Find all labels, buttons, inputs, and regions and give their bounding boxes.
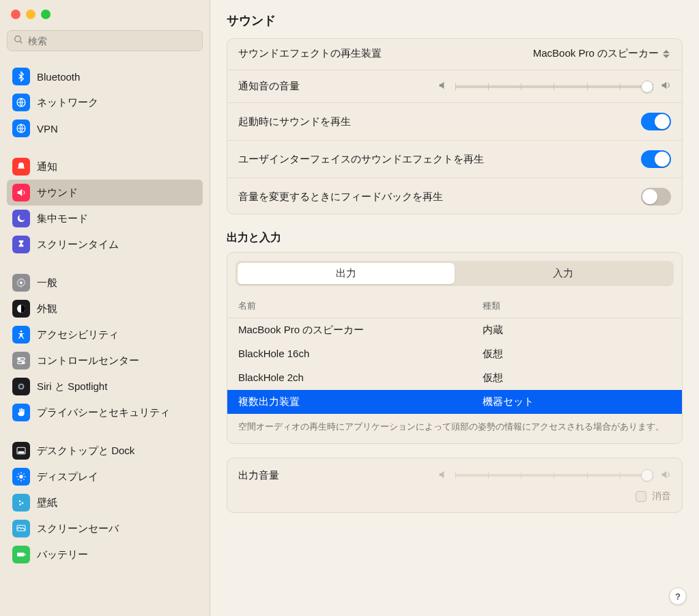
column-header-name: 名前 bbox=[238, 300, 483, 312]
volume-feedback-label: 音量を変更するときにフィードバックを再生 bbox=[238, 191, 443, 204]
device-row[interactable]: MacBook Pro のスピーカー内蔵 bbox=[227, 318, 682, 342]
volume-low-icon bbox=[438, 469, 448, 482]
gear-icon bbox=[12, 274, 30, 292]
sidebar-list: BluetoothネットワークVPN通知サウンド集中モードスクリーンタイム一般外… bbox=[0, 58, 210, 616]
sidebar-item-label: プライバシーとセキュリティ bbox=[37, 406, 170, 419]
search-input[interactable] bbox=[28, 36, 197, 46]
sound-effects-device-popup[interactable]: MacBook Pro のスピーカー bbox=[533, 47, 671, 60]
svg-point-0 bbox=[15, 36, 21, 42]
output-volume-slider bbox=[455, 474, 653, 477]
device-type: 機器セット bbox=[483, 395, 671, 408]
bluetooth-icon bbox=[12, 68, 30, 85]
vpn-icon bbox=[12, 120, 30, 137]
svg-point-16 bbox=[19, 475, 23, 478]
siri-icon bbox=[12, 378, 30, 395]
sidebar-item-siri[interactable]: Siri と Spotlight bbox=[7, 374, 203, 400]
popup-indicator-icon bbox=[663, 48, 671, 60]
device-row[interactable]: 複数出力装置機器セット bbox=[227, 390, 682, 414]
alert-volume-slider[interactable] bbox=[455, 85, 653, 88]
window-controls bbox=[0, 0, 210, 26]
svg-point-26 bbox=[22, 502, 24, 504]
volume-feedback-toggle[interactable] bbox=[641, 188, 671, 206]
io-panel: 出力 入力 名前 種類 MacBook Pro のスピーカー内蔵BlackHol… bbox=[227, 252, 683, 444]
device-table-body: MacBook Pro のスピーカー内蔵BlackHole 16ch仮想Blac… bbox=[227, 318, 682, 414]
tab-output[interactable]: 出力 bbox=[238, 263, 455, 284]
sound-effects-device-value: MacBook Pro のスピーカー bbox=[533, 47, 659, 60]
output-volume-panel: 出力音量 消音 bbox=[227, 458, 683, 513]
startup-sound-toggle[interactable] bbox=[641, 113, 671, 130]
sound-effects-device-label: サウンドエフェクトの再生装置 bbox=[238, 47, 382, 60]
column-header-type: 種類 bbox=[483, 300, 671, 312]
battery-icon bbox=[12, 546, 30, 563]
sidebar-item-focus[interactable]: 集中モード bbox=[7, 206, 203, 232]
sidebar-item-controlcenter[interactable]: コントロールセンター bbox=[7, 348, 203, 374]
device-type: 仮想 bbox=[483, 348, 671, 361]
svg-rect-15 bbox=[18, 451, 24, 453]
sidebar-item-general[interactable]: 一般 bbox=[7, 270, 203, 296]
startup-sound-label: 起動時にサウンドを再生 bbox=[238, 115, 351, 128]
sidebar: BluetoothネットワークVPN通知サウンド集中モードスクリーンタイム一般外… bbox=[0, 0, 210, 616]
alert-volume-row: 通知音の音量 bbox=[227, 70, 682, 102]
svg-line-21 bbox=[18, 473, 18, 474]
output-volume-label: 出力音量 bbox=[238, 469, 279, 482]
sidebar-item-screentime[interactable]: スクリーンタイム bbox=[7, 232, 203, 257]
main-content: サウンド サウンドエフェクトの再生装置 MacBook Pro のスピーカー 通… bbox=[210, 0, 699, 616]
ui-sound-effects-label: ユーザインターフェイスのサウンドエフェクトを再生 bbox=[238, 153, 484, 166]
ui-sound-effects-toggle[interactable] bbox=[641, 150, 671, 168]
moon-icon bbox=[12, 210, 30, 227]
volume-feedback-row: 音量を変更するときにフィードバックを再生 bbox=[227, 178, 682, 214]
sidebar-item-label: Bluetooth bbox=[37, 71, 80, 83]
sidebar-item-label: デスクトップと Dock bbox=[37, 445, 134, 458]
sidebar-item-screensaver[interactable]: スクリーンセーバ bbox=[7, 516, 203, 542]
minimize-window-button[interactable] bbox=[26, 10, 35, 19]
device-table-header: 名前 種類 bbox=[227, 293, 682, 318]
device-name: BlackHole 16ch bbox=[238, 348, 483, 361]
io-footnote: 空間オーディオの再生時にアプリケーションによって頭部の姿勢の情報にアクセスされる… bbox=[227, 414, 682, 443]
sidebar-item-desktop[interactable]: デスクトップと Dock bbox=[7, 438, 203, 464]
sidebar-item-label: Siri と Spotlight bbox=[37, 380, 107, 393]
sound-effects-device-row: サウンドエフェクトの再生装置 MacBook Pro のスピーカー bbox=[227, 39, 682, 70]
sidebar-item-appearance[interactable]: 外観 bbox=[7, 296, 203, 322]
sound-effects-panel: サウンドエフェクトの再生装置 MacBook Pro のスピーカー 通知音の音量 bbox=[227, 38, 683, 214]
hand-icon bbox=[12, 404, 30, 421]
sidebar-item-privacy[interactable]: プライバシーとセキュリティ bbox=[7, 400, 203, 425]
device-row[interactable]: BlackHole 16ch仮想 bbox=[227, 342, 682, 366]
sidebar-item-network[interactable]: ネットワーク bbox=[7, 89, 203, 115]
search-field[interactable] bbox=[7, 30, 203, 51]
sidebar-item-label: スクリーンセーバ bbox=[37, 522, 119, 535]
sidebar-item-notifications[interactable]: 通知 bbox=[7, 154, 203, 180]
ui-sound-effects-row: ユーザインターフェイスのサウンドエフェクトを再生 bbox=[227, 140, 682, 178]
device-row[interactable]: BlackHole 2ch仮想 bbox=[227, 366, 682, 390]
sidebar-item-label: VPN bbox=[37, 123, 58, 135]
sidebar-item-wallpaper[interactable]: 壁紙 bbox=[7, 490, 203, 516]
sidebar-item-bluetooth[interactable]: Bluetooth bbox=[7, 64, 203, 89]
mute-checkbox bbox=[636, 491, 646, 502]
close-window-button[interactable] bbox=[11, 10, 20, 19]
svg-rect-29 bbox=[17, 552, 25, 556]
svg-point-10 bbox=[23, 362, 24, 363]
sidebar-item-label: 壁紙 bbox=[37, 496, 57, 509]
accessibility-icon bbox=[12, 326, 30, 344]
dock-icon bbox=[12, 442, 30, 460]
fullscreen-window-button[interactable] bbox=[41, 10, 51, 19]
svg-point-11 bbox=[16, 382, 25, 391]
help-button[interactable]: ? bbox=[669, 587, 687, 605]
sidebar-item-battery[interactable]: バッテリー bbox=[7, 542, 203, 568]
sidebar-item-label: スクリーンタイム bbox=[37, 238, 119, 251]
sound-icon bbox=[12, 184, 30, 201]
sidebar-item-accessibility[interactable]: アクセシビリティ bbox=[7, 322, 203, 348]
tab-input[interactable]: 入力 bbox=[455, 263, 672, 284]
svg-line-22 bbox=[23, 479, 24, 479]
device-type: 内蔵 bbox=[483, 324, 671, 337]
alert-volume-thumb[interactable] bbox=[641, 81, 653, 93]
sidebar-item-display[interactable]: ディスプレイ bbox=[7, 464, 203, 490]
volume-high-icon bbox=[660, 80, 671, 93]
sidebar-item-label: バッテリー bbox=[37, 548, 88, 561]
volume-low-icon bbox=[438, 80, 448, 93]
sidebar-item-vpn[interactable]: VPN bbox=[7, 115, 203, 141]
alert-volume-label: 通知音の音量 bbox=[238, 80, 300, 93]
sidebar-item-sound[interactable]: サウンド bbox=[7, 180, 203, 206]
svg-rect-30 bbox=[25, 554, 25, 556]
sidebar-item-label: サウンド bbox=[37, 186, 78, 199]
svg-point-25 bbox=[19, 501, 21, 503]
